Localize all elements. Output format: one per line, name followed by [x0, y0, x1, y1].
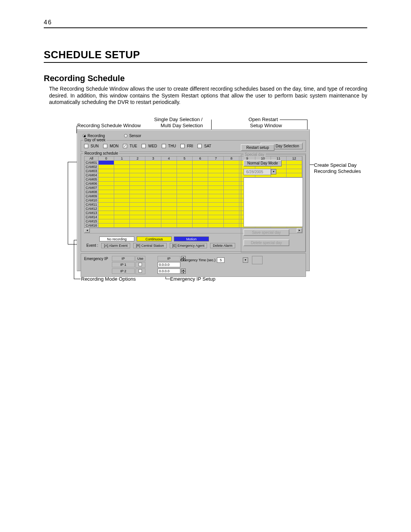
ip-row-1-label: IP 1 [112, 262, 135, 267]
annotation-special-day-2: Recording Schedules [314, 168, 361, 174]
dropdown-arrow-icon[interactable]: ▾ [271, 169, 276, 174]
ip1-field[interactable]: 0.0.0.0 [158, 262, 180, 267]
emergency-time-value[interactable]: 5 [217, 257, 225, 263]
checkbox-wed[interactable] [142, 144, 146, 148]
annotation-recording-window: Recording Schedule Window [77, 123, 141, 129]
checkbox-mon[interactable] [103, 144, 107, 148]
radio-dot-icon [83, 134, 86, 137]
legend-no-recording: No recording [99, 236, 134, 241]
divider [44, 27, 367, 28]
spin-up-icon[interactable]: ▴ [181, 268, 186, 271]
spin-down-icon[interactable]: ▾ [181, 271, 186, 274]
emergency-agent-button[interactable]: [E] Emergency Agent [170, 243, 207, 248]
annotation-single-multi-1: Single Day Selection / [154, 117, 202, 123]
checkbox-fri[interactable] [180, 144, 185, 148]
checkbox-ip1-use[interactable] [139, 263, 142, 266]
divider [44, 62, 367, 63]
emergency-ip-label: Emergency IP [84, 256, 108, 261]
dropdown-arrow-icon[interactable]: ▾ [243, 257, 248, 263]
recording-schedule-window: Recording Sensor Day of week SUN MON ✓TU… [77, 129, 310, 271]
figure-annotated-screenshot: Recording Schedule Window Single Day Sel… [44, 114, 367, 284]
ip-row-2-label: IP 2 [112, 268, 135, 274]
group-emergency-ip: Emergency IP IP Use IP ▴▾ IP 1 0.0.0.0 [81, 253, 306, 277]
group-special-day: Special day Normal Day Mode 6/28/2005 ▾ … [241, 155, 306, 252]
checkbox-thu[interactable] [162, 144, 166, 148]
radio-sensor[interactable]: Sensor [124, 134, 141, 138]
restart-setup-button[interactable]: Restart setup [241, 144, 274, 151]
group-title: Recording schedule [83, 151, 119, 155]
body-paragraph: The Recording Schedule Window allows the… [49, 86, 367, 106]
annotation-single-multi-2: Multi Day Selection [161, 123, 203, 129]
apply-button[interactable] [252, 256, 263, 264]
date-field[interactable]: 6/28/2005 [244, 169, 271, 175]
annotation-open-restart-2: Setup Window [250, 123, 282, 129]
normal-day-mode-button[interactable]: Normal Day Mode [244, 160, 282, 166]
emergency-time-label: Emergency Time (sec.) [180, 258, 216, 262]
special-day-listbox[interactable] [244, 177, 303, 227]
heading-recording-schedule: Recording Schedule [44, 73, 367, 83]
heading-schedule-setup: SCHEDULE SETUP [44, 49, 367, 61]
mode-radio-row: Recording Sensor [77, 130, 309, 139]
central-station-button[interactable]: [R] Central Station [133, 243, 167, 248]
delete-special-day-button[interactable]: Delete special day [244, 240, 289, 246]
scroll-left-icon[interactable]: ◂ [84, 228, 90, 233]
checkbox-tue[interactable]: ✓ [123, 144, 127, 148]
radio-recording[interactable]: Recording [83, 134, 105, 138]
checkbox-sun[interactable] [84, 144, 88, 148]
delete-alarm-button[interactable]: Delete Alarm [210, 243, 235, 248]
ip2-field[interactable]: 0.0.0.0 [158, 268, 180, 274]
page-number: 46 [44, 19, 367, 26]
document-page: 46 SCHEDULE SETUP Recording Schedule The… [0, 0, 411, 532]
alarm-event-button[interactable]: [A] Alarm Event [101, 243, 130, 248]
event-label: Event : [86, 243, 98, 248]
radio-dot-icon [124, 134, 127, 137]
group-title: Special day [244, 152, 266, 157]
legend-continuous: Continuous [137, 236, 172, 241]
annotation-special-day-1: Create Special Day [314, 162, 357, 168]
legend-motion: Motion [174, 236, 209, 241]
group-title: Day of week [83, 138, 107, 142]
right-column: Restart setup Special day Normal Day Mod… [241, 144, 306, 252]
checkbox-ip2-use[interactable] [139, 269, 142, 273]
annotation-emergency-ip: Emergency IP Setup [170, 276, 215, 282]
annotation-open-restart-1: Open Restart [249, 117, 278, 123]
annotation-recording-mode: Recording Mode Options [81, 276, 136, 282]
checkbox-sat[interactable] [198, 144, 202, 148]
save-special-day-button[interactable]: Save special day [244, 229, 289, 236]
